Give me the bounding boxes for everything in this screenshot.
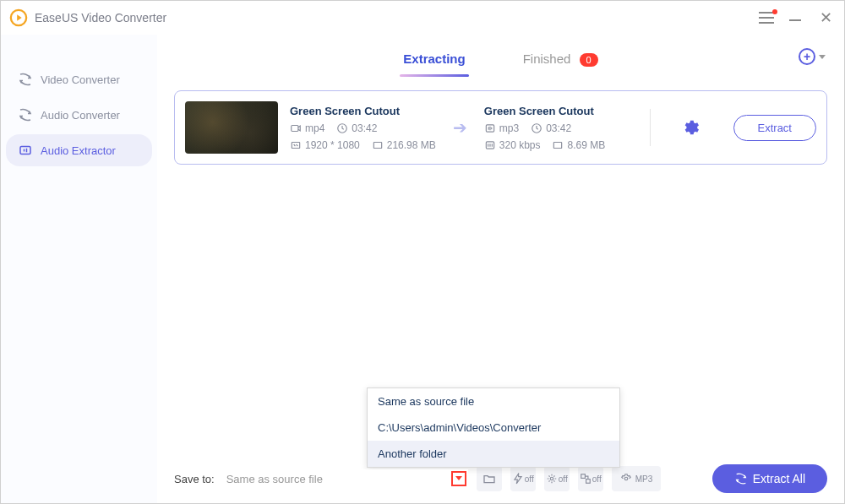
filesize-icon xyxy=(372,139,384,151)
svg-point-13 xyxy=(624,477,628,480)
video-format-icon xyxy=(290,122,302,134)
resolution-icon xyxy=(290,139,302,151)
dropdown-item-same-source[interactable]: Same as source file xyxy=(368,388,619,415)
svg-point-10 xyxy=(550,477,553,480)
open-folder-button[interactable] xyxy=(477,466,502,491)
save-to-input-wrap xyxy=(223,469,468,489)
app-window: EaseUS Video Converter ✕ Video Converter xyxy=(0,0,845,504)
sidebar-item-audio-extractor[interactable]: Audio Extractor xyxy=(6,134,152,166)
source-file-title: Green Screen Cutout xyxy=(290,105,436,117)
dropdown-item-another-folder[interactable]: Another folder xyxy=(368,441,619,467)
titlebar-controls: ✕ xyxy=(759,8,836,27)
chevron-down-icon xyxy=(819,55,826,59)
svg-rect-4 xyxy=(292,142,299,148)
app-title: EaseUS Video Converter xyxy=(35,11,166,24)
source-duration: 03:42 xyxy=(336,122,377,134)
caret-down-icon xyxy=(455,476,462,480)
bitrate-icon xyxy=(484,139,496,151)
finished-count-badge: 0 xyxy=(580,53,598,67)
svg-rect-1 xyxy=(20,147,30,154)
window-minimize-button[interactable] xyxy=(789,14,801,21)
extract-all-button[interactable]: Extract All xyxy=(712,464,827,493)
tab-label: Finished xyxy=(523,51,571,66)
svg-rect-2 xyxy=(292,125,298,131)
sidebar-item-label: Audio Converter xyxy=(41,109,120,122)
file-card: Green Screen Cutout mp4 xyxy=(174,90,827,165)
output-format-label: MP3 xyxy=(635,474,653,484)
save-to-dropdown-toggle[interactable] xyxy=(451,471,466,486)
clock-icon xyxy=(336,122,348,134)
hamburger-menu-icon[interactable] xyxy=(759,12,774,24)
divider xyxy=(650,109,651,146)
target-bitrate: 320 kbps xyxy=(484,139,541,151)
titlebar: EaseUS Video Converter ✕ xyxy=(1,1,844,35)
high-speed-button[interactable]: off xyxy=(544,466,570,491)
save-to-label: Save to: xyxy=(174,473,215,485)
sidebar-item-video-converter[interactable]: Video Converter xyxy=(6,63,152,95)
window-close-button[interactable]: ✕ xyxy=(816,8,836,27)
target-format: mp3 xyxy=(484,122,519,134)
file-source-info: Green Screen Cutout mp4 xyxy=(290,105,436,151)
dropdown-item-path[interactable]: C:\Users\admin\Videos\Converter xyxy=(368,415,619,441)
notification-dot-icon xyxy=(772,9,777,14)
plus-circle-icon: + xyxy=(799,48,815,65)
svg-rect-9 xyxy=(554,142,562,148)
save-to-dropdown-menu: Same as source file C:\Users\admin\Video… xyxy=(367,387,620,468)
sidebar-item-audio-converter[interactable]: Audio Converter xyxy=(6,99,152,131)
tabs-row: Extracting Finished 0 + xyxy=(157,35,844,77)
extract-button[interactable]: Extract xyxy=(733,115,816,141)
merge-button[interactable]: off xyxy=(578,466,603,491)
target-size: 8.69 MB xyxy=(552,139,605,151)
file-thumbnail[interactable] xyxy=(185,101,278,154)
audio-converter-icon xyxy=(18,107,33,122)
file-target-info: Green Screen Cutout mp3 xyxy=(484,105,628,151)
audio-extractor-icon xyxy=(18,143,33,158)
arrow-right-icon: ➔ xyxy=(448,117,472,138)
video-converter-icon xyxy=(18,72,33,87)
bottom-bar: Same as source file C:\Users\admin\Video… xyxy=(157,454,844,503)
app-logo-icon xyxy=(9,8,28,27)
sidebar-item-label: Video Converter xyxy=(41,73,120,86)
clock-icon xyxy=(531,122,542,134)
target-duration: 03:42 xyxy=(531,122,571,134)
filesize-icon xyxy=(552,139,564,151)
save-to-input[interactable] xyxy=(223,469,468,489)
sidebar: Video Converter Audio Converter Audio Ex… xyxy=(1,35,157,503)
svg-rect-12 xyxy=(586,480,590,484)
content-area: Extracting Finished 0 + Green Screen xyxy=(157,35,844,503)
output-format-button[interactable]: MP3 xyxy=(612,466,662,491)
add-file-button[interactable]: + xyxy=(799,48,826,65)
audio-format-icon xyxy=(484,122,496,134)
tab-finished[interactable]: Finished 0 xyxy=(520,45,602,77)
svg-rect-5 xyxy=(373,142,381,148)
tab-extracting[interactable]: Extracting xyxy=(400,45,468,77)
sidebar-item-label: Audio Extractor xyxy=(41,144,116,157)
main-content: Video Converter Audio Converter Audio Ex… xyxy=(1,35,844,503)
target-file-title: Green Screen Cutout xyxy=(484,105,628,117)
source-size: 216.98 MB xyxy=(372,139,436,151)
source-resolution: 1920 * 1080 xyxy=(290,139,360,151)
extract-all-label: Extract All xyxy=(753,472,805,485)
source-format: mp4 xyxy=(290,122,324,134)
gpu-accel-button[interactable]: off xyxy=(510,466,536,491)
svg-rect-11 xyxy=(581,474,585,479)
settings-gear-button[interactable] xyxy=(673,118,708,137)
tab-label: Extracting xyxy=(403,51,465,66)
